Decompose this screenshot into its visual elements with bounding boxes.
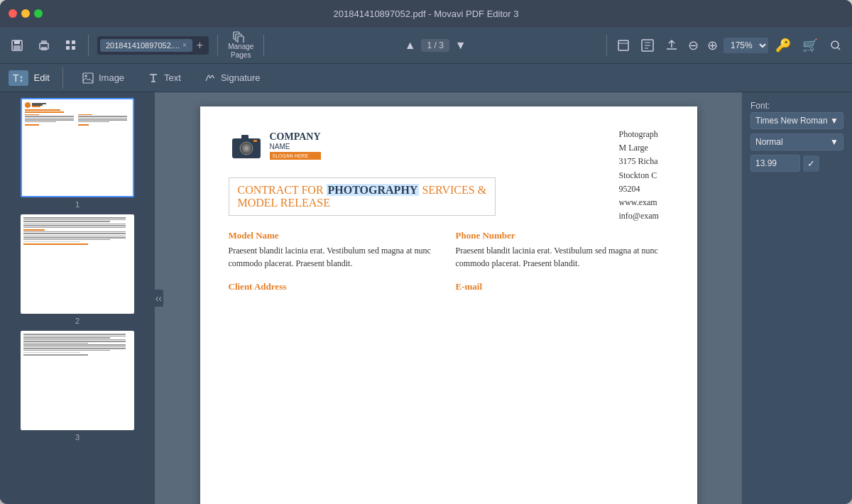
model-name-label: Model Name xyxy=(229,230,442,241)
thumbnail-frame-2 xyxy=(21,214,134,314)
signature-tool[interactable]: Signature xyxy=(198,69,266,87)
svg-rect-2 xyxy=(13,45,21,50)
page-indicator: 1 / 3 xyxy=(421,39,449,52)
svg-point-15 xyxy=(831,41,839,48)
thumbnail-label-3: 3 xyxy=(75,433,80,442)
tab-add-button[interactable]: + xyxy=(194,38,206,53)
text-edit-icon: T↕ xyxy=(9,70,28,86)
divider-2 xyxy=(217,35,218,56)
app-window: 201841410897052.pdf - Movavi PDF Editor … xyxy=(0,0,852,504)
font-name-value: Times New Roman xyxy=(755,116,828,126)
form-field-address: Client Address xyxy=(229,281,442,295)
svg-rect-13 xyxy=(618,40,628,50)
image-tool[interactable]: Image xyxy=(76,69,130,87)
upload-button[interactable] xyxy=(661,36,682,55)
company-name-line2: NAME xyxy=(270,143,321,150)
window-title: 201841410897052.pdf - Movavi PDF Editor … xyxy=(334,9,519,19)
phone-label: Phone Number xyxy=(456,230,669,241)
font-panel: Font: Times New Roman ▼ Normal ▼ ✓ xyxy=(750,101,843,172)
nav-down-button[interactable]: ▼ xyxy=(452,36,469,55)
divider-3 xyxy=(263,35,264,56)
minimize-button[interactable] xyxy=(21,9,30,18)
form-field-email: E-mail xyxy=(456,281,669,295)
edit-label: Edit xyxy=(34,72,50,83)
address-line-6: www.exam xyxy=(619,196,683,209)
title-bar: 201841410897052.pdf - Movavi PDF Editor … xyxy=(0,0,852,27)
contract-title-box: CONTRACT FOR PHOTOGRAPHY SERVICES & MODE… xyxy=(229,177,496,216)
main-content: 1 xyxy=(0,92,852,504)
thumbnail-page-2[interactable]: 2 xyxy=(6,214,149,325)
model-name-content: Praesent blandit lacinia erat. Vestibulu… xyxy=(229,244,442,270)
thumbnail-page-3[interactable]: 3 xyxy=(6,331,149,442)
manage-pages-label: Manage Pages xyxy=(228,43,253,60)
print-button[interactable] xyxy=(33,35,55,55)
tab-filename: 201841410897052.... xyxy=(106,41,180,50)
svg-rect-5 xyxy=(41,47,47,50)
thumbnail-frame-3 xyxy=(21,331,134,430)
company-name-line1: COMPANY xyxy=(270,131,321,143)
fullscreen-button[interactable] xyxy=(613,36,634,55)
thumbnail-sidebar: 1 xyxy=(0,92,155,504)
tab-section: 201841410897052.... × + xyxy=(97,36,209,55)
main-toolbar: 201841410897052.... × + Manage Pages ▲ 1… xyxy=(0,27,852,64)
zoom-in-button[interactable]: ⊕ xyxy=(704,35,721,56)
search-button[interactable] xyxy=(825,36,846,55)
key-button[interactable]: 🔑 xyxy=(771,35,795,56)
company-logo xyxy=(229,128,264,163)
address-line-2: M Large xyxy=(619,141,683,155)
divider-edit xyxy=(62,67,63,89)
font-size-input[interactable] xyxy=(750,155,800,172)
zoom-out-button[interactable]: ⊖ xyxy=(685,35,701,56)
svg-rect-6 xyxy=(66,40,70,44)
font-size-confirm-button[interactable]: ✓ xyxy=(803,155,819,172)
phone-content: Praesent blandit lacinia erat. Vestibulu… xyxy=(456,244,669,270)
save-button[interactable] xyxy=(6,35,28,55)
client-address-label: Client Address xyxy=(229,281,442,292)
view-controls: ⊖ ⊕ 175% 100% 150% 200% 🔑 🛒 xyxy=(613,35,846,56)
close-button[interactable] xyxy=(9,9,17,18)
email-label: E-mail xyxy=(456,281,669,292)
grid-button[interactable] xyxy=(60,35,82,55)
collapse-sidebar-button[interactable]: ‹‹ xyxy=(154,290,163,307)
text-tool[interactable]: Text xyxy=(141,69,187,87)
contract-text-end: SERVICES & xyxy=(419,184,486,196)
edit-mode-button[interactable]: T↕ Edit xyxy=(9,70,50,86)
maximize-button[interactable] xyxy=(34,9,43,18)
text-label: Text xyxy=(164,72,181,83)
svg-rect-16 xyxy=(83,73,93,83)
svg-rect-8 xyxy=(66,46,70,50)
file-tab[interactable]: 201841410897052.... × xyxy=(100,39,192,52)
contract-text-bold: PHOTOGRAPHY xyxy=(327,184,420,196)
font-style-chevron: ▼ xyxy=(830,137,839,147)
font-name-chevron: ▼ xyxy=(830,116,839,126)
address-line-5: 95204 xyxy=(619,182,683,196)
thumbnail-content-3 xyxy=(21,331,134,430)
font-style-select[interactable]: Normal ▼ xyxy=(750,133,843,150)
contract-title-line1: CONTRACT FOR PHOTOGRAPHY SERVICES & xyxy=(238,184,487,197)
font-name-select[interactable]: Times New Roman ▼ xyxy=(750,112,843,129)
tab-close-icon[interactable]: × xyxy=(182,41,187,49)
form-field-model-name: Model Name Praesent blandit lacinia erat… xyxy=(229,230,442,270)
zoom-level-select[interactable]: 175% 100% 150% 200% xyxy=(723,38,768,53)
nav-up-button[interactable]: ▲ xyxy=(402,36,419,55)
company-slogan: SLOGAN HERE xyxy=(270,152,321,160)
image-label: Image xyxy=(99,72,124,83)
address-block: Photograph M Large 3175 Richa Stockton C… xyxy=(619,128,683,223)
form-row-1: Model Name Praesent blandit lacinia erat… xyxy=(229,230,669,270)
address-line-1: Photograph xyxy=(619,128,683,141)
contract-text-normal: CONTRACT FOR xyxy=(238,184,327,196)
divider-1 xyxy=(88,35,89,56)
thumbnail-label-1: 1 xyxy=(75,200,80,209)
cart-button[interactable]: 🛒 xyxy=(798,35,822,56)
fit-page-button[interactable] xyxy=(637,36,658,55)
signature-label: Signature xyxy=(221,72,261,83)
pdf-viewer: Photograph M Large 3175 Richa Stockton C… xyxy=(155,92,742,504)
svg-point-17 xyxy=(84,75,87,77)
manage-pages-button[interactable]: Manage Pages xyxy=(224,30,258,61)
svg-rect-23 xyxy=(253,140,257,142)
company-name-block: COMPANY NAME SLOGAN HERE xyxy=(270,131,321,160)
traffic-lights xyxy=(9,9,43,18)
svg-rect-7 xyxy=(72,40,75,44)
address-line-4: Stockton C xyxy=(619,169,683,182)
thumbnail-page-1[interactable]: 1 xyxy=(6,98,149,209)
